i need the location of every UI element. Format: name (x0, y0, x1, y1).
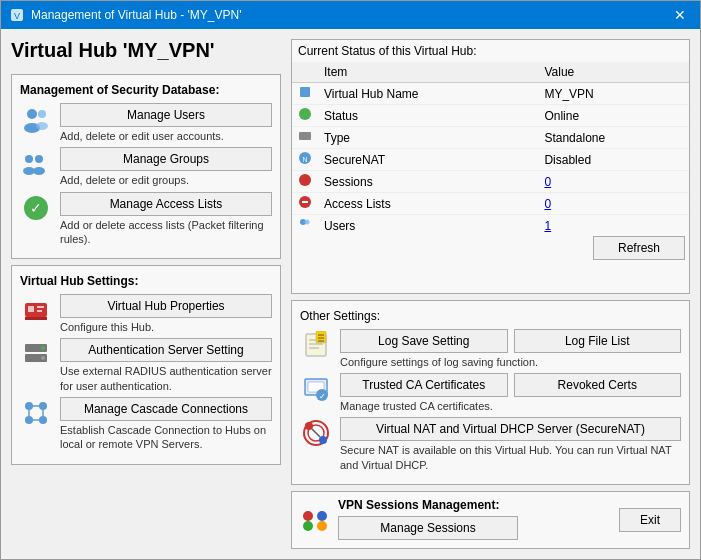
log-buttons: Log Save Setting Log File List (340, 329, 681, 353)
sessions-icon (300, 504, 330, 537)
hub-props-button[interactable]: Virtual Hub Properties (60, 294, 272, 318)
cascade-icon (20, 397, 52, 429)
right-panel: Current Status of this Virtual Hub: Item… (291, 39, 690, 549)
svg-point-60 (319, 436, 327, 444)
svg-text:V: V (14, 11, 20, 21)
auth-server-row: Authentication Server Setting Use extern… (20, 338, 272, 393)
svg-point-59 (305, 422, 313, 430)
cascade-desc: Establish Cascade Connection to Hubs on … (60, 423, 272, 452)
trusted-desc: Manage trusted CA certificates. (340, 399, 681, 413)
log-row: Log Save Setting Log File List Configure… (300, 329, 681, 369)
main-window: V Management of Virtual Hub - 'MY_VPN' ✕… (0, 0, 701, 560)
col-item-header: Item (318, 62, 538, 83)
trusted-certs-row: ✓ Trusted CA Certificates Revoked Certs … (300, 373, 681, 413)
svg-point-6 (25, 155, 33, 163)
log-desc: Configure settings of log saving functio… (340, 355, 681, 369)
row-icon (292, 105, 318, 127)
auth-server-desc: Use external RADIUS authentication serve… (60, 364, 272, 393)
manage-groups-button[interactable]: Manage Groups (60, 147, 272, 171)
svg-point-38 (305, 220, 310, 225)
trusted-certs-section: Trusted CA Certificates Revoked Certs Ma… (340, 373, 681, 413)
table-row: NSecureNATDisabled (292, 149, 689, 171)
row-value: Disabled (538, 149, 689, 171)
row-item: Type (318, 127, 538, 149)
svg-rect-29 (300, 87, 310, 97)
groups-icon (20, 147, 52, 179)
cascade-row: Manage Cascade Connections Establish Cas… (20, 397, 272, 452)
row-value[interactable]: 0 (538, 171, 689, 193)
other-settings-box: Other Settings: (291, 300, 690, 485)
auth-server-section: Authentication Server Setting Use extern… (60, 338, 272, 393)
table-row: StatusOnline (292, 105, 689, 127)
security-db-title: Management of Security Database: (20, 83, 272, 97)
manage-users-row: Manage Users Add, delete or edit user ac… (20, 103, 272, 143)
row-item: Access Lists (318, 193, 538, 215)
status-table: Item Value Virtual Hub NameMY_VPNStatusO… (292, 62, 689, 232)
virtual-nat-row: Virtual NAT and Virtual DHCP Server (Sec… (300, 417, 681, 472)
status-box-title: Current Status of this Virtual Hub: (292, 40, 689, 62)
other-settings-title: Other Settings: (300, 309, 681, 323)
svg-point-65 (317, 521, 327, 531)
row-item: Status (318, 105, 538, 127)
title-bar-left: V Management of Virtual Hub - 'MY_VPN' (9, 7, 241, 23)
title-bar: V Management of Virtual Hub - 'MY_VPN' ✕ (1, 1, 700, 29)
row-value: Online (538, 105, 689, 127)
table-row: Users1 (292, 215, 689, 233)
left-panel: Virtual Hub 'MY_VPN' Management of Secur… (11, 39, 281, 549)
cascade-button[interactable]: Manage Cascade Connections (60, 397, 272, 421)
row-icon: N (292, 149, 318, 171)
sessions-right: VPN Sessions Management: Manage Sessions (338, 498, 518, 542)
svg-point-62 (303, 511, 313, 521)
trusted-ca-button[interactable]: Trusted CA Certificates (340, 373, 508, 397)
row-icon (292, 127, 318, 149)
svg-rect-31 (299, 132, 311, 140)
revoked-certs-button[interactable]: Revoked Certs (514, 373, 682, 397)
cert-buttons: Trusted CA Certificates Revoked Certs (340, 373, 681, 397)
table-row: Virtual Hub NameMY_VPN (292, 83, 689, 105)
table-row: Access Lists0 (292, 193, 689, 215)
row-item: SecureNAT (318, 149, 538, 171)
svg-text:N: N (302, 156, 307, 163)
svg-text:✓: ✓ (319, 392, 326, 401)
vpn-sessions-box: VPN Sessions Management: Manage Sessions… (291, 491, 690, 549)
close-button[interactable]: ✕ (668, 5, 692, 25)
row-item: Sessions (318, 171, 538, 193)
manage-users-button[interactable]: Manage Users (60, 103, 272, 127)
virtual-nat-button[interactable]: Virtual NAT and Virtual DHCP Server (Sec… (340, 417, 681, 441)
manage-sessions-button[interactable]: Manage Sessions (338, 516, 518, 540)
manage-access-button[interactable]: Manage Access Lists (60, 192, 272, 216)
svg-rect-13 (28, 306, 34, 312)
svg-point-64 (303, 521, 313, 531)
virtual-nat-section: Virtual NAT and Virtual DHCP Server (Sec… (340, 417, 681, 472)
col-icon-header (292, 62, 318, 83)
svg-line-61 (312, 429, 320, 437)
refresh-row: Refresh (292, 232, 689, 264)
auth-server-button[interactable]: Authentication Server Setting (60, 338, 272, 362)
svg-point-20 (41, 356, 45, 360)
exit-button[interactable]: Exit (619, 508, 681, 532)
virtual-nat-desc: Secure NAT is available on this Virtual … (340, 443, 681, 472)
content-area: Virtual Hub 'MY_VPN' Management of Secur… (1, 29, 700, 559)
svg-text:✓: ✓ (30, 200, 42, 216)
refresh-button[interactable]: Refresh (593, 236, 685, 260)
col-value-header: Value (538, 62, 689, 83)
log-file-button[interactable]: Log File List (514, 329, 682, 353)
title-text: Management of Virtual Hub - 'MY_VPN' (31, 8, 241, 22)
manage-groups-row: Manage Groups Add, delete or edit groups… (20, 147, 272, 187)
svg-point-34 (299, 174, 311, 186)
hub-settings-title: Virtual Hub Settings: (20, 274, 272, 288)
cert-icon: ✓ (300, 373, 332, 405)
svg-point-5 (36, 122, 48, 130)
row-value: MY_VPN (538, 83, 689, 105)
row-value[interactable]: 0 (538, 193, 689, 215)
log-buttons-section: Log Save Setting Log File List Configure… (340, 329, 681, 369)
nat-icon (300, 417, 332, 449)
manage-users-desc: Add, delete or edit user accounts. (60, 129, 272, 143)
row-value[interactable]: 1 (538, 215, 689, 233)
row-icon (292, 193, 318, 215)
row-item: Users (318, 215, 538, 233)
table-row: Sessions0 (292, 171, 689, 193)
svg-point-19 (41, 346, 45, 350)
log-save-button[interactable]: Log Save Setting (340, 329, 508, 353)
status-table-container[interactable]: Item Value Virtual Hub NameMY_VPNStatusO… (292, 62, 689, 232)
